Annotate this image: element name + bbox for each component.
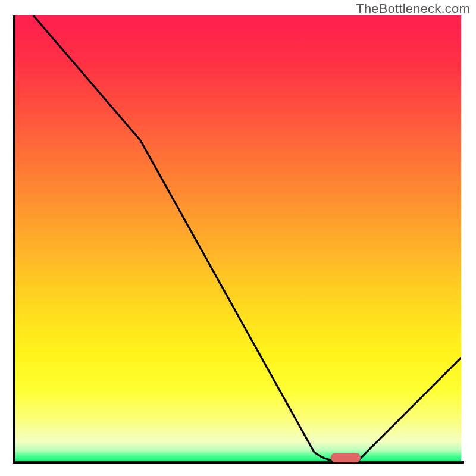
- curve-path: [33, 15, 461, 460]
- watermark-text: TheBottleneck.com: [356, 1, 470, 17]
- bottleneck-curve: [15, 15, 461, 461]
- axis-x: [13, 461, 464, 464]
- optimal-marker: [331, 453, 361, 462]
- chart-container: TheBottleneck.com: [0, 0, 476, 476]
